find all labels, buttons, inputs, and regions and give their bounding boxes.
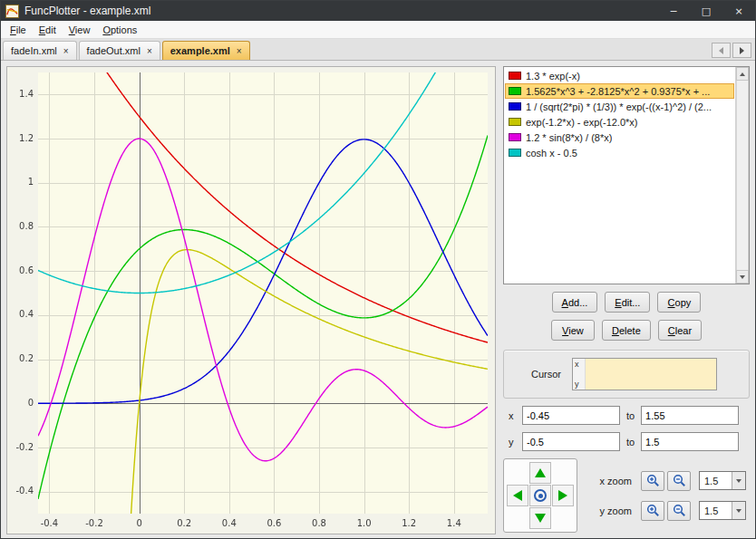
function-list: 1.3 * exp(-x) 1.5625*x^3 + -2.8125*x^2 +…: [503, 66, 750, 284]
pan-up-button[interactable]: [529, 462, 551, 484]
add-button[interactable]: Add...: [552, 292, 598, 313]
view-button-label: View: [562, 325, 584, 336]
color-swatch: [509, 102, 521, 111]
function-list-item[interactable]: 1.2 * sin(8*x) / (8*x): [505, 130, 734, 145]
function-expression: exp(-1.2*x) - exp(-12.0*x): [526, 117, 638, 128]
tab-example-active[interactable]: example.xml ×: [162, 41, 250, 60]
function-list-item[interactable]: 1 / (sqrt(2*pi) * (1/3)) * exp(-((x-1)^2…: [505, 99, 734, 114]
cursor-x-label: x: [575, 360, 583, 369]
delete-button[interactable]: Delete: [602, 320, 651, 341]
down-arrow-icon: [740, 275, 745, 279]
main-content: 1.3 * exp(-x) 1.5625*x^3 + -2.8125*x^2 +…: [1, 61, 755, 538]
minimize-button[interactable]: ─: [657, 1, 690, 21]
cursor-value: [586, 359, 716, 390]
menu-options-label: Options: [102, 24, 137, 35]
function-plot-canvas[interactable]: [7, 67, 495, 534]
x-zoom-row: x zoom: [588, 471, 746, 491]
app-window: FuncPlotter - example.xml ─ □ × File Edi…: [0, 0, 756, 539]
pan-down-button[interactable]: [529, 507, 551, 529]
left-arrow-icon: [513, 490, 522, 501]
menu-options[interactable]: Options: [96, 22, 143, 38]
nav-zoom-section: x zoom: [503, 458, 750, 533]
maximize-button[interactable]: □: [690, 1, 722, 21]
button-row-2: View Delete Clear: [503, 320, 750, 341]
menu-view-label: View: [69, 24, 91, 35]
y-zoom-factor-select[interactable]: 1.5: [699, 501, 746, 520]
x-max-input[interactable]: [641, 406, 739, 425]
zoom-controls: x zoom: [588, 471, 746, 521]
zoom-out-icon: [673, 474, 686, 487]
close-button[interactable]: ×: [722, 1, 755, 21]
function-list-item[interactable]: cosh x - 0.5: [505, 145, 734, 160]
list-scrollbar[interactable]: [735, 67, 749, 284]
tab-scroll-left-button[interactable]: [712, 43, 731, 58]
x-to-label: to: [626, 410, 635, 421]
pan-left-button[interactable]: [507, 485, 528, 506]
pan-pad: [503, 458, 577, 533]
edit-button-label: Edit...: [615, 297, 640, 308]
menu-file[interactable]: File: [4, 22, 33, 38]
tab-close-icon[interactable]: ×: [147, 46, 152, 56]
cursor-label: Cursor: [531, 369, 561, 380]
x-zoom-dropdown-button[interactable]: [732, 472, 745, 489]
x-min-input[interactable]: [522, 406, 620, 425]
y-range-row: y to: [503, 432, 750, 451]
view-button[interactable]: View: [551, 320, 595, 341]
scrollbar-thumb[interactable]: [736, 81, 749, 270]
x-zoom-in-button[interactable]: [641, 471, 664, 491]
tab-scroll-right-button[interactable]: [732, 43, 751, 58]
scroll-down-button[interactable]: [736, 270, 749, 284]
color-swatch: [509, 133, 521, 141]
menu-view[interactable]: View: [63, 22, 97, 38]
function-expression: cosh x - 0.5: [526, 148, 577, 159]
up-arrow-icon: [740, 72, 745, 76]
menu-file-label: File: [10, 24, 26, 35]
zoom-in-icon: [646, 474, 660, 487]
titlebar: FuncPlotter - example.xml ─ □ ×: [1, 1, 755, 21]
window-title: FuncPlotter - example.xml: [24, 5, 657, 17]
function-list-item-selected[interactable]: 1.5625*x^3 + -2.8125*x^2 + 0.9375*x + ..…: [505, 83, 734, 99]
tab-fadeout[interactable]: fadeOut.xml ×: [79, 41, 160, 60]
y-to-label: to: [626, 437, 635, 448]
function-list-item[interactable]: exp(-1.2*x) - exp(-12.0*x): [505, 114, 734, 130]
cursor-y-label: y: [575, 380, 583, 389]
edit-button[interactable]: Edit...: [605, 292, 650, 313]
y-range-label: y: [509, 437, 516, 448]
pan-center-button[interactable]: [529, 485, 551, 506]
y-zoom-in-button[interactable]: [641, 501, 664, 521]
y-zoom-out-button[interactable]: [667, 501, 691, 521]
button-row-1: Add... Edit... Copy: [503, 292, 750, 313]
tabbar: fadeIn.xml × fadeOut.xml × example.xml ×: [1, 39, 755, 61]
tab-close-icon[interactable]: ×: [63, 46, 69, 56]
y-min-input[interactable]: [522, 432, 620, 451]
menu-edit[interactable]: Edit: [33, 22, 63, 38]
down-arrow-icon: [535, 514, 546, 523]
cursor-readout: x y: [572, 358, 717, 390]
cursor-group: Cursor x y: [503, 350, 750, 399]
x-zoom-factor-select[interactable]: 1.5: [699, 471, 746, 490]
pan-right-button[interactable]: [552, 485, 574, 506]
color-swatch: [509, 72, 521, 80]
add-button-label: Add...: [562, 297, 588, 308]
clear-button[interactable]: Clear: [658, 320, 702, 341]
function-expression: 1.5625*x^3 + -2.8125*x^2 + 0.9375*x + ..…: [526, 86, 710, 97]
x-range-row: x to: [503, 406, 750, 425]
tab-fadein[interactable]: fadeIn.xml ×: [3, 41, 77, 60]
function-list-item[interactable]: 1.3 * exp(-x): [505, 68, 734, 83]
y-zoom-dropdown-button[interactable]: [732, 502, 745, 519]
color-swatch: [509, 87, 521, 95]
x-zoom-factor-value: 1.5: [700, 472, 732, 489]
window-controls: ─ □ ×: [657, 1, 755, 21]
chevron-down-icon: [736, 509, 741, 513]
left-arrow-icon: [719, 47, 723, 54]
app-icon: [5, 5, 19, 18]
right-arrow-icon: [558, 490, 567, 501]
tab-close-icon[interactable]: ×: [237, 46, 242, 56]
copy-button[interactable]: Copy: [657, 292, 701, 313]
tab-scroll-controls: [712, 43, 751, 58]
x-zoom-out-button[interactable]: [667, 471, 691, 491]
chevron-down-icon: [736, 479, 741, 483]
y-max-input[interactable]: [641, 432, 739, 451]
scroll-up-button[interactable]: [736, 67, 749, 81]
function-expression: 1 / (sqrt(2*pi) * (1/3)) * exp(-((x-1)^2…: [526, 101, 712, 112]
